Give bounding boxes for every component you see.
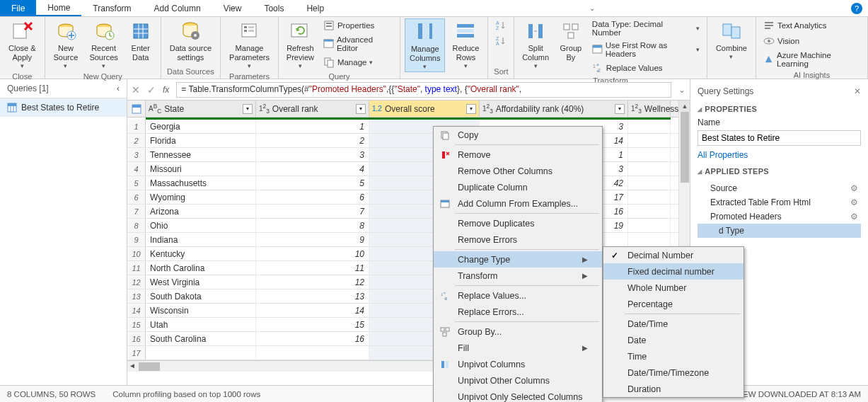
ctx-copy[interactable]: Copy <box>434 127 602 143</box>
cell[interactable] <box>628 148 671 161</box>
row-index[interactable]: 17 <box>127 346 146 360</box>
azure-ml-button[interactable]: Azure Machine Learning <box>760 50 863 69</box>
column-header-affordability-rank-40-[interactable]: 123Affordability rank (40%)▾ <box>480 100 628 117</box>
cell[interactable]: North Carolina <box>146 261 256 275</box>
cell[interactable] <box>256 346 369 360</box>
row-index[interactable]: 5 <box>127 176 146 190</box>
fx-icon[interactable]: fx <box>163 85 169 95</box>
cell[interactable]: Utah <box>146 318 256 331</box>
menu-home[interactable]: Home <box>36 0 81 16</box>
group-by-button[interactable]: Group By <box>555 18 586 64</box>
menu-add-column[interactable]: Add Column <box>143 0 212 16</box>
split-column-button[interactable]: Split Column <box>519 18 552 71</box>
type-date-time-timezone[interactable]: Date/Time/Timezone <box>603 364 743 381</box>
ctx-unpivot-columns[interactable]: Unpivot Columns <box>434 356 602 372</box>
close-apply-button[interactable]: Close & Apply <box>4 18 40 71</box>
cell[interactable]: Georgia <box>146 120 256 133</box>
formula-commit-icon[interactable]: ✓ <box>147 84 156 96</box>
row-index[interactable]: 9 <box>127 233 146 246</box>
applied-steps-section[interactable]: APPLIED STEPS <box>698 164 861 178</box>
cell[interactable]: Indiana <box>146 233 256 246</box>
column-header-wellness[interactable]: 123Wellness▾ <box>628 100 671 117</box>
cell[interactable]: Wisconsin <box>146 304 256 317</box>
gear-icon[interactable]: ⚙ <box>850 183 858 193</box>
row-index[interactable]: 15 <box>127 318 146 331</box>
ctx-remove-other-columns[interactable]: Remove Other Columns <box>434 163 602 179</box>
table-row[interactable]: 1Georgia13 <box>127 120 690 134</box>
cell[interactable]: 13 <box>256 289 369 303</box>
query-name-input[interactable] <box>698 130 861 146</box>
column-filter-icon[interactable]: ▾ <box>615 104 625 114</box>
cell[interactable]: Florida <box>146 134 256 147</box>
ctx-group-by-[interactable]: Group By... <box>434 323 602 340</box>
col-type-icon[interactable]: ABC <box>149 103 161 115</box>
ctx-remove-duplicates[interactable]: Remove Duplicates <box>434 215 602 231</box>
type-fixed-decimal-number[interactable]: Fixed decimal number <box>603 263 743 280</box>
cell[interactable]: 10 <box>256 247 369 260</box>
enter-data-button[interactable]: Enter Data <box>125 18 156 64</box>
cell[interactable]: 14 <box>256 304 369 317</box>
ctx-replace-values-[interactable]: 12Replace Values... <box>434 287 602 304</box>
type-percentage[interactable]: Percentage <box>603 296 743 312</box>
cell[interactable]: South Dakota <box>146 289 256 303</box>
type-decimal-number[interactable]: ✓Decimal Number <box>603 247 743 263</box>
menu-transform[interactable]: Transform <box>81 0 142 16</box>
cell[interactable]: 16 <box>256 332 369 345</box>
cell[interactable]: Arizona <box>146 205 256 218</box>
cell[interactable]: 11 <box>256 261 369 275</box>
table-row[interactable]: 7Arizona716 <box>127 205 690 219</box>
cell[interactable]: 6 <box>256 190 369 204</box>
table-row[interactable]: 2Florida214 <box>127 134 690 148</box>
applied-step[interactable]: Promoted Headers⚙ <box>698 209 861 224</box>
cell[interactable]: Kentucky <box>146 247 256 260</box>
ctx-duplicate-column[interactable]: Duplicate Column <box>434 179 602 195</box>
text-analytics-button[interactable]: Text Analytics <box>760 18 863 33</box>
formula-input[interactable]: = Table.TransformColumnTypes(#"Promoted … <box>176 82 671 98</box>
row-index[interactable]: 12 <box>127 275 146 289</box>
refresh-preview-button[interactable]: Refresh Preview <box>283 18 318 71</box>
first-row-headers-button[interactable]: Use First Row as Headers <box>589 40 702 59</box>
recent-sources-button[interactable]: Recent Sources <box>85 18 122 71</box>
ctx-add-column-from-examples-[interactable]: Add Column From Examples... <box>434 195 602 212</box>
cell[interactable]: 12 <box>256 275 369 289</box>
cell[interactable]: 1 <box>256 120 369 133</box>
cell[interactable] <box>628 219 671 232</box>
cell[interactable]: Massachusetts <box>146 176 256 190</box>
ctx-change-type[interactable]: Change Type▶ <box>434 251 602 268</box>
ctx-transform[interactable]: Transform▶ <box>434 268 602 284</box>
cell[interactable]: 5 <box>256 176 369 190</box>
table-row[interactable]: 3Tennessee31 <box>127 148 690 162</box>
row-index[interactable]: 16 <box>127 332 146 345</box>
ctx-remove-errors[interactable]: Remove Errors <box>434 231 602 248</box>
applied-step[interactable]: d Type <box>698 224 861 238</box>
cell[interactable]: 2 <box>256 134 369 147</box>
type-whole-number[interactable]: Whole Number <box>603 280 743 296</box>
row-index[interactable]: 8 <box>127 219 146 232</box>
menu-view[interactable]: View <box>212 0 253 16</box>
cell[interactable] <box>628 233 671 246</box>
data-type-button[interactable]: Data Type: Decimal Number <box>589 18 702 38</box>
ribbon-expand-caret[interactable]: ⌄ <box>589 4 595 12</box>
cell[interactable]: 9 <box>256 233 369 246</box>
ctx-unpivot-other-columns[interactable]: Unpivot Other Columns <box>434 372 602 389</box>
settings-close-icon[interactable]: ✕ <box>854 86 861 96</box>
grid-corner[interactable] <box>127 100 146 117</box>
column-filter-icon[interactable]: ▾ <box>243 104 253 114</box>
combine-button[interactable]: Combine <box>712 18 751 62</box>
formula-dropdown-icon[interactable]: ⌄ <box>678 85 685 95</box>
all-properties-link[interactable]: All Properties <box>698 146 861 164</box>
gear-icon[interactable]: ⚙ <box>850 197 858 207</box>
gear-icon[interactable]: ⚙ <box>850 212 858 222</box>
cell[interactable]: Ohio <box>146 219 256 232</box>
cell[interactable] <box>628 162 671 176</box>
help-icon[interactable]: ? <box>851 3 862 14</box>
type-date-time[interactable]: Date/Time <box>603 316 743 332</box>
menu-tools[interactable]: Tools <box>253 0 295 16</box>
table-row[interactable]: 4Missouri43 <box>127 162 690 176</box>
type-date[interactable]: Date <box>603 332 743 348</box>
col-type-icon[interactable]: 1.2 <box>372 105 382 113</box>
cell[interactable] <box>628 205 671 218</box>
menu-file[interactable]: File <box>0 0 36 16</box>
query-item[interactable]: Best States to Retire <box>0 98 127 117</box>
cell[interactable] <box>628 134 671 147</box>
